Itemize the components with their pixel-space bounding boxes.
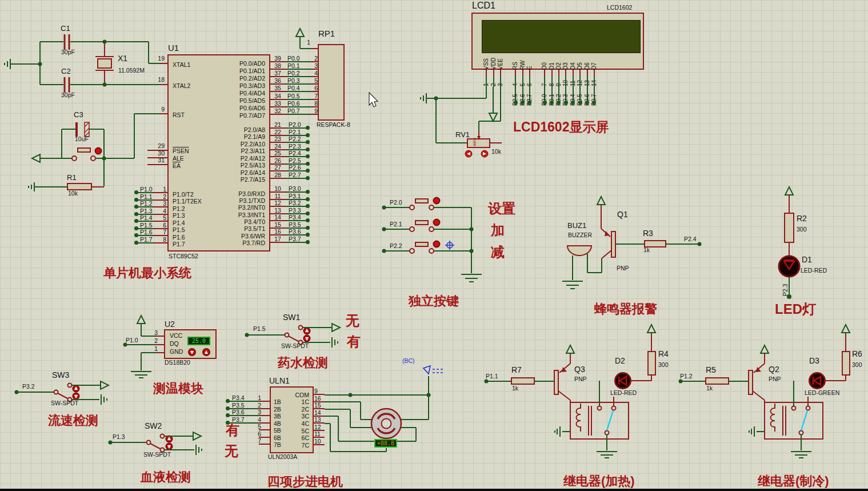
temp-down-button[interactable] [189, 349, 195, 356]
d1-ref: D1 [802, 256, 812, 264]
pot-decrease-button[interactable] [465, 150, 472, 157]
wire-dot [134, 241, 138, 245]
relay-cool-title: 继电器(制冷) [758, 474, 829, 488]
wire-dot [306, 176, 310, 180]
pot-ref: RV1 [455, 131, 470, 139]
buzzer-title: 蜂鸣器报警 [594, 302, 657, 316]
u2-pin-vcc: VCC [170, 333, 182, 339]
wire-dot [564, 101, 568, 105]
mcu-u1-body[interactable]: XTAL1 XTAL2 RST PSEN ALE EA P1.0/T2P1.1/… [167, 54, 270, 252]
q3-ref: Q3 [574, 365, 585, 374]
q2-ref: Q2 [769, 365, 779, 374]
mcu-pin-num-19: 19 [152, 55, 165, 62]
keys-title: 独立按键 [409, 294, 459, 308]
transistor-q1[interactable] [611, 231, 615, 257]
led-d1[interactable] [779, 256, 799, 277]
u2-pin-gnd: GND [170, 349, 183, 355]
transistor-q2[interactable] [749, 370, 753, 394]
d3-part: LED-GREEN [805, 390, 839, 396]
lcd-title: LCD1602显示屏 [513, 120, 609, 134]
wire-dot [134, 233, 138, 237]
r5-value: 1k [706, 385, 713, 392]
mcu-p0-pin-names: P0.0/AD0P0.1/AD1P0.2/AD2P0.3/AD3P0.4/AD4… [219, 60, 265, 120]
pot-percent: 48% [472, 138, 477, 146]
wire-dot [134, 226, 138, 230]
r1-ref: R1 [67, 174, 77, 182]
key-plus-label: 加 [491, 223, 505, 237]
buzzer-net: P2.4 [684, 236, 697, 242]
u2-ref: U2 [165, 320, 175, 329]
wire-dot [134, 190, 138, 194]
lcd-pin: RW5P2.6 [519, 43, 526, 107]
reset-circuit [29, 114, 167, 191]
led-d3[interactable] [810, 373, 825, 389]
r4-ref: R4 [658, 350, 669, 358]
r4-value: 300 [658, 362, 669, 368]
resistor-r5[interactable] [706, 378, 729, 384]
mcu-pin-num-30: 30 [152, 150, 165, 157]
resistor-r6[interactable] [842, 352, 850, 375]
x1-value: 11.0592M [118, 67, 145, 74]
uln-ref: ULN1 [269, 377, 290, 385]
lcd-pin: RS4P2.5 [512, 43, 519, 107]
sw1-no-label: 无 [346, 313, 359, 328]
q2-type: PNP [769, 376, 781, 382]
pin-row: 32P0.79 [270, 109, 318, 117]
d3-ref: D3 [809, 357, 819, 365]
u2-pin-num-3: 3 [150, 330, 158, 336]
u2-net: P1.0 [126, 337, 138, 344]
dc-source-icon [423, 366, 443, 374]
c2-ref: C2 [61, 67, 71, 75]
mcu-pin-num-9: 9 [152, 106, 165, 113]
resistor-r7[interactable] [511, 378, 534, 384]
relay-heat-symbol[interactable] [570, 402, 629, 439]
u2-pin-num-2: 2 [150, 338, 158, 344]
mcu-pin-ale: ALE [173, 155, 184, 162]
wire-dot [306, 190, 310, 194]
resistor-r4[interactable] [648, 352, 655, 375]
lcd-pin: VDD2 [490, 43, 497, 107]
c3-value: 10uF [75, 136, 89, 142]
uln-left-pin-names: 1B2B3B4B5B6B7B [274, 398, 281, 449]
lcd-pin: E6P2.7 [526, 43, 533, 107]
lcd-ctrl-pins: RS4P2.5RW5P2.6E6P2.7 [512, 43, 533, 107]
led-lamp-circuit [779, 187, 799, 299]
pot-increase-button[interactable] [481, 150, 488, 157]
c1-ref: C1 [61, 25, 70, 33]
key-set-label: 设置 [488, 201, 515, 215]
mcu-pin-ea: EA [173, 163, 181, 169]
wire-dot [306, 162, 310, 166]
u2-pin-num-1: 1 [150, 346, 158, 352]
uln-left-rows: P3.41P3.52P3.63P3.74567 [226, 397, 270, 447]
mcu-pin-xtal2: XTAL2 [173, 83, 190, 89]
u2-pin-dq: DQ [170, 341, 179, 347]
relay-cool-symbol[interactable] [765, 402, 823, 439]
blood-title: 血液检测 [141, 470, 191, 484]
temp-title: 测温模块 [153, 382, 203, 395]
r7-ref: R7 [511, 366, 522, 374]
wire-dot [543, 101, 547, 105]
wire-dot [306, 169, 310, 173]
resistor-r2[interactable] [785, 213, 794, 242]
wire-dot [134, 212, 138, 216]
mouse-cursor-icon [369, 93, 378, 107]
flow-title: 流速检测 [48, 414, 98, 427]
transistor-q3[interactable] [554, 370, 558, 394]
uln-right-rows: 916151413121110 [313, 390, 325, 447]
mcu-part: STC89C52 [169, 253, 198, 260]
respack-ref: RP1 [318, 29, 335, 38]
buzzer-part: BUZZER [568, 232, 592, 238]
q1-ref: Q1 [617, 210, 628, 219]
key-buttons [382, 198, 482, 282]
stepper-motor-symbol[interactable] [371, 409, 401, 438]
sw2-ref: SW2 [145, 422, 162, 430]
dc-source-label: (BC) [402, 358, 415, 364]
led-d2[interactable] [615, 373, 631, 389]
wire-dot [306, 154, 310, 158]
mcu-pin-psen: PSEN [173, 148, 189, 154]
sw3-ref: SW3 [52, 371, 69, 380]
wire-dot [306, 211, 310, 215]
lcd-ref: LCD1 [472, 1, 495, 11]
pin-row: 28P2.7 [270, 173, 310, 181]
wire-dot [306, 226, 310, 230]
